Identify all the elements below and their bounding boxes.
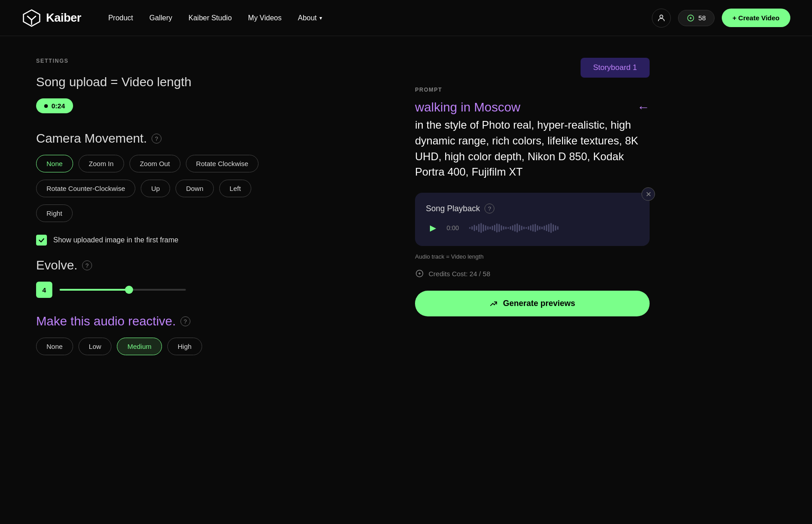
camera-option-rotate-clockwise[interactable]: Rotate Clockwise — [186, 155, 259, 172]
audio-reactive-none[interactable]: None — [36, 338, 73, 355]
waveform-bar — [532, 224, 534, 232]
waveform-bar — [521, 226, 522, 230]
waveform-bar — [501, 225, 502, 231]
nav-gallery[interactable]: Gallery — [149, 14, 172, 22]
navbar: Kaiber Product Gallery Kaiber Studio My … — [0, 0, 812, 36]
prompt-title: walking in Moscow — [415, 100, 650, 115]
user-profile-button[interactable] — [652, 9, 671, 28]
checkmark-icon — [38, 237, 45, 243]
waveform-bar — [476, 226, 477, 230]
credits-button[interactable]: 58 — [678, 10, 715, 26]
back-arrow-button[interactable]: ← — [637, 100, 650, 115]
waveform-bar — [523, 227, 525, 229]
waveform-bar — [508, 227, 509, 229]
logo-text: Kaiber — [46, 11, 81, 25]
waveform-bar — [546, 225, 547, 231]
nav-actions: 58 + Create Video — [652, 9, 790, 28]
waveform-bar — [503, 226, 504, 230]
camera-option-rotate-counter-clockwise[interactable]: Rotate Counter-Clockwise — [36, 180, 135, 197]
playback-time: 0:00 — [447, 224, 463, 232]
camera-option-up[interactable]: Up — [141, 180, 170, 197]
create-video-button[interactable]: + Create Video — [722, 9, 790, 27]
nav-kaiber-studio[interactable]: Kaiber Studio — [189, 14, 232, 22]
time-badge: 0:24 — [36, 98, 73, 113]
credits-row: Credits Cost: 24 / 58 — [415, 269, 650, 278]
camera-option-none[interactable]: None — [36, 155, 73, 172]
waveform-bar — [539, 226, 540, 230]
waveform-bar — [512, 225, 513, 231]
audio-reactive-low[interactable]: Low — [78, 338, 112, 355]
waveform-bar — [471, 226, 473, 230]
waveform-bar — [557, 226, 558, 230]
user-icon — [657, 14, 666, 23]
camera-option-zoom-out[interactable]: Zoom Out — [129, 155, 180, 172]
camera-movement-options-row2: Rotate Counter-Clockwise Up Down Left — [36, 180, 379, 197]
waveform-bar — [469, 227, 471, 229]
logo-icon — [22, 8, 42, 28]
svg-point-0 — [660, 15, 663, 18]
waveform-bar — [553, 224, 554, 232]
waveform-bar — [541, 227, 543, 229]
evolve-slider-row: 4 — [36, 282, 379, 298]
audio-reactive-medium[interactable]: Medium — [117, 338, 161, 355]
storyboard-header: Storyboard 1 — [415, 58, 650, 78]
left-panel: SETTINGS Song upload = Video length 0:24… — [36, 58, 379, 502]
waveform-bar — [483, 224, 484, 232]
playback-close-button[interactable]: ✕ — [641, 187, 655, 201]
camera-option-left[interactable]: Left — [219, 180, 251, 197]
audio-reactive-header: Make this audio reactive. ? — [36, 314, 379, 329]
nav-my-videos[interactable]: My Videos — [248, 14, 281, 22]
waveform-bar — [537, 225, 538, 231]
waveform-bar — [496, 223, 498, 232]
storyboard-button[interactable]: Storyboard 1 — [581, 58, 650, 78]
logo[interactable]: Kaiber — [22, 8, 81, 28]
show-first-frame-label: Show uploaded image in the first frame — [53, 236, 178, 244]
waveform-bar — [528, 226, 529, 230]
time-dot — [44, 104, 48, 108]
waveform-bar — [548, 224, 549, 232]
camera-option-right[interactable]: Right — [36, 204, 73, 222]
generate-previews-button[interactable]: Generate previews — [415, 291, 650, 316]
waveform-bar — [519, 225, 520, 231]
camera-movement-options-row3: Right — [36, 204, 379, 222]
evolve-title: Evolve. — [36, 258, 78, 273]
waveform-bar — [494, 225, 495, 231]
waveform-bar — [485, 225, 486, 231]
credits-icon — [687, 14, 695, 22]
main-content: SETTINGS Song upload = Video length 0:24… — [0, 36, 812, 524]
audio-reactive-help-icon[interactable]: ? — [180, 316, 190, 326]
waveform-bar — [498, 224, 500, 232]
waveform-bar — [478, 224, 480, 232]
camera-option-zoom-in[interactable]: Zoom In — [78, 155, 124, 172]
play-button[interactable]: ▶ — [426, 221, 440, 235]
waveform-bar — [480, 223, 482, 233]
nav-product[interactable]: Product — [108, 14, 133, 22]
waveform-bar — [535, 224, 536, 232]
waveform-bar — [474, 225, 475, 231]
playback-help-icon[interactable]: ? — [484, 204, 494, 213]
camera-movement-help-icon[interactable]: ? — [152, 134, 161, 144]
nav-about[interactable]: About ▾ — [298, 14, 322, 22]
waveform-bar — [550, 223, 552, 233]
waveform-bar — [510, 226, 511, 230]
evolve-help-icon[interactable]: ? — [82, 260, 92, 270]
nav-links: Product Gallery Kaiber Studio My Videos … — [108, 14, 652, 22]
audio-reactive-section: Make this audio reactive. ? None Low Med… — [36, 314, 379, 355]
evolve-value: 4 — [36, 282, 52, 298]
playback-card: Song Playback ? ▶ 0:00 ✕ — [415, 193, 650, 246]
camera-movement-header: Camera Movement. ? — [36, 131, 379, 146]
evolve-slider[interactable] — [60, 289, 186, 291]
show-first-frame-checkbox[interactable] — [36, 235, 47, 246]
audio-reactive-options: None Low Medium High — [36, 338, 379, 355]
prompt-label: PROMPT — [415, 87, 650, 93]
prompt-section: walking in Moscow in the style of Photo … — [415, 100, 650, 180]
slider-fill — [60, 289, 129, 291]
playback-title-row: Song Playback ? — [426, 204, 639, 213]
slider-thumb[interactable] — [125, 286, 133, 294]
waveform-bar — [514, 224, 516, 232]
settings-label: SETTINGS — [36, 58, 379, 64]
credits-cost-icon — [415, 269, 424, 278]
audio-reactive-high[interactable]: High — [167, 338, 202, 355]
camera-option-down[interactable]: Down — [175, 180, 213, 197]
waveform-bar — [526, 227, 527, 229]
